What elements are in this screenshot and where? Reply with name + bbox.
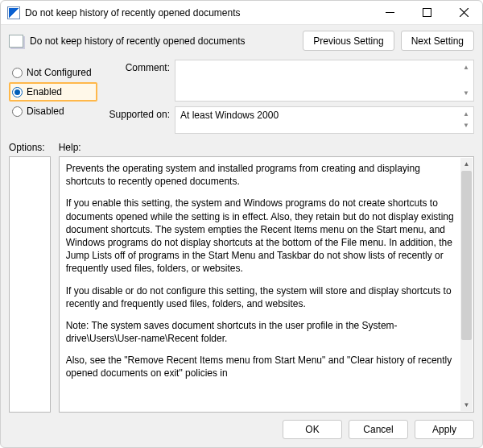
help-paragraph: Prevents the operating system and instal… [66, 162, 459, 188]
radio-label: Not Configured [27, 67, 92, 78]
header-row: Do not keep history of recently opened d… [1, 25, 482, 56]
radio-label: Disabled [27, 106, 64, 117]
help-paragraph: If you disable or do not configure this … [66, 284, 459, 310]
lower-panels: Options: Help: Prevents the operating sy… [1, 135, 482, 413]
comment-input[interactable]: ▲ ▼ [175, 60, 474, 102]
state-radio-group: Not Configured Enabled Disabled [9, 60, 97, 134]
comment-row: Comment: ▲ ▼ [105, 60, 474, 102]
previous-setting-button[interactable]: Previous Setting [303, 31, 394, 51]
comment-scroll: ▲ ▼ [460, 62, 472, 99]
scrollbar-thumb[interactable] [461, 171, 472, 340]
minimize-button[interactable] [371, 1, 408, 25]
supported-scroll: ▲ ▼ [460, 109, 472, 131]
ok-button[interactable]: OK [283, 420, 342, 439]
help-scrollbar[interactable]: ▲ ▼ [460, 158, 473, 411]
cancel-button[interactable]: Cancel [349, 420, 408, 439]
apply-button[interactable]: Apply [415, 420, 474, 439]
policy-title: Do not keep history of recently opened d… [30, 35, 296, 47]
radio-enabled[interactable]: Enabled [9, 82, 97, 102]
supported-label: Supported on: [105, 106, 170, 120]
radio-label: Enabled [27, 86, 62, 97]
radio-not-configured[interactable]: Not Configured [9, 63, 97, 82]
policy-icon [9, 35, 23, 48]
scroll-down-icon[interactable]: ▼ [460, 120, 472, 131]
next-setting-button[interactable]: Next Setting [401, 31, 474, 51]
radio-icon [12, 106, 23, 117]
help-panel: Prevents the operating system and instal… [59, 156, 474, 413]
help-text: Prevents the operating system and instal… [60, 157, 473, 412]
help-paragraph: If you enable this setting, the system a… [66, 197, 459, 275]
radio-disabled[interactable]: Disabled [9, 102, 97, 121]
titlebar[interactable]: Do not keep history of recently opened d… [1, 1, 482, 25]
config-area: Not Configured Enabled Disabled Comment:… [1, 56, 482, 135]
scroll-up-icon[interactable]: ▲ [460, 62, 472, 73]
help-column: Help: Prevents the operating system and … [59, 142, 474, 413]
supported-row: Supported on: At least Windows 2000 ▲ ▼ [105, 106, 474, 134]
help-paragraph: Note: The system saves document shortcut… [66, 319, 459, 345]
supported-panel: At least Windows 2000 ▲ ▼ [175, 106, 474, 134]
fields-column: Comment: ▲ ▼ Supported on: At least Wind… [105, 60, 474, 134]
help-paragraph: Also, see the "Remove Recent Items menu … [66, 354, 459, 380]
comment-label: Comment: [105, 60, 170, 73]
maximize-button[interactable] [408, 1, 445, 25]
scroll-up-icon[interactable]: ▲ [460, 158, 473, 170]
help-label: Help: [59, 142, 474, 156]
svg-rect-1 [423, 9, 431, 17]
radio-icon [12, 68, 23, 78]
radio-icon [12, 87, 23, 97]
dialog-window: Do not keep history of recently opened d… [0, 0, 483, 448]
scroll-down-icon[interactable]: ▼ [460, 88, 472, 99]
scroll-down-icon[interactable]: ▼ [460, 399, 473, 411]
close-button[interactable] [445, 1, 482, 25]
options-panel[interactable] [9, 156, 51, 413]
dialog-footer: OK Cancel Apply [1, 413, 482, 447]
scroll-up-icon[interactable]: ▲ [460, 109, 472, 120]
options-column: Options: [9, 142, 51, 413]
window-title: Do not keep history of recently opened d… [25, 7, 371, 19]
app-icon [7, 6, 20, 19]
options-label: Options: [9, 142, 51, 156]
supported-value: At least Windows 2000 [180, 110, 279, 121]
